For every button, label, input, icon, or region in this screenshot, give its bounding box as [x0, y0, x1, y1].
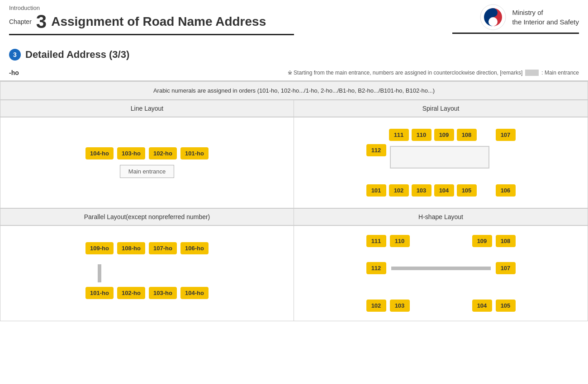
hshape-layout-header: H-shape Layout [294, 209, 588, 225]
spiral-inner-rect [390, 146, 489, 169]
note-bar: -ho ※ Starting from the main entrance, n… [0, 67, 588, 78]
par-107: 107-ho [149, 242, 177, 254]
par-104: 104-ho [180, 287, 209, 299]
hshape-layout-cell: 111 110 109 108 112 107 [294, 226, 588, 321]
h-110: 110 [390, 235, 410, 247]
note-right: ※ Starting from the main entrance, numbe… [288, 70, 579, 76]
line-top-row: 104-ho 103-ho 102-ho 101-ho [85, 147, 209, 159]
sp-102: 102 [389, 184, 409, 197]
par-106: 106-ho [180, 242, 209, 254]
sp-104: 104 [434, 184, 454, 197]
h-103: 103 [390, 300, 410, 312]
par-108: 108-ho [117, 242, 145, 254]
parallel-container: 109-ho 108-ho 107-ho 106-ho 101-ho 102-h… [85, 242, 209, 304]
ministry-name-line2: the Interior and Safety [512, 17, 579, 27]
sp-110: 110 [412, 129, 432, 141]
layout-content-row2: 109-ho 108-ho 107-ho 106-ho 101-ho 102-h… [0, 225, 588, 321]
sp-105: 105 [457, 184, 477, 197]
par-101: 101-ho [85, 287, 114, 299]
h-mid-right: 107 [496, 262, 516, 274]
spiral-layout-cell: 111 110 109 108 107 112 101 [294, 117, 588, 208]
h-102: 102 [366, 300, 386, 312]
chapter-prefix: Chapter [9, 18, 32, 25]
ministry-area: Ministry of the Interior and Safety [479, 4, 579, 31]
info-banner: Arabic numerals are assigned in orders (… [0, 81, 588, 100]
parallel-layout-header: Parallel Layout(except nonpreferred numb… [0, 209, 294, 225]
parallel-bottom-row: 101-ho 102-ho 103-ho 104-ho [85, 287, 209, 299]
layout-headers-row2: Parallel Layout(except nonpreferred numb… [0, 208, 588, 225]
spiral-layout-header: Spiral Layout [294, 100, 588, 117]
ministry-logo [479, 4, 507, 31]
spiral-container: 111 110 109 108 107 112 101 [366, 129, 516, 197]
sp-107: 107 [496, 129, 516, 141]
parallel-layout-cell: 109-ho 108-ho 107-ho 106-ho 101-ho 102-h… [0, 226, 294, 321]
line-box-101: 101-ho [180, 147, 209, 159]
h-105: 105 [496, 300, 516, 312]
layout-content-row1: 104-ho 103-ho 102-ho 101-ho Main entranc… [0, 117, 588, 208]
spiral-top-row: 111 110 109 108 [389, 129, 477, 141]
sp-108: 108 [457, 129, 477, 141]
h-top-left: 111 110 [366, 235, 410, 247]
par-103: 103-ho [149, 287, 177, 299]
page-header: Introduction Chapter 3 Assignment of Roa… [0, 0, 588, 35]
h-109: 109 [472, 235, 492, 247]
header-divider [9, 34, 294, 35]
h-108: 108 [496, 235, 516, 247]
sp-106-wrap: 106 [496, 184, 516, 197]
ho-label: -ho [9, 69, 19, 76]
chapter-number: 3 [36, 12, 47, 31]
ministry-text: Ministry of the Interior and Safety [512, 8, 579, 27]
layout-headers-row1: Line Layout Spiral Layout [0, 100, 588, 117]
h-107: 107 [496, 262, 516, 274]
parallel-divider-v [98, 264, 101, 282]
line-box-104: 104-ho [85, 147, 114, 159]
sp-112-wrap: 112 [366, 144, 386, 156]
line-layout-cell: 104-ho 103-ho 102-ho 101-ho Main entranc… [0, 117, 294, 208]
section-title: Detailed Address (3/3) [25, 49, 129, 61]
main-entrance-box: Main entrance [120, 165, 174, 178]
h-bottom-right: 104 105 [472, 300, 516, 312]
sp-103: 103 [412, 184, 432, 197]
line-box-102: 102-ho [149, 147, 177, 159]
sp-101-wrap: 101 [366, 184, 386, 197]
spiral-bottom-row: 102 103 104 105 [389, 184, 477, 197]
legend-box [525, 70, 539, 76]
ministry-name-line1: Ministry of [512, 8, 579, 17]
parallel-top-row: 109-ho 108-ho 107-ho 106-ho [85, 242, 209, 254]
h-111: 111 [366, 235, 386, 247]
hshape-container: 111 110 109 108 112 107 [366, 235, 516, 312]
sp-111: 111 [389, 129, 409, 141]
h-mid-left: 112 [366, 262, 386, 274]
section-header: 3 Detailed Address (3/3) [9, 49, 579, 61]
line-box-103: 103-ho [117, 147, 145, 159]
h-104: 104 [472, 300, 492, 312]
sp-112: 112 [366, 144, 386, 156]
line-layout-header: Line Layout [0, 100, 294, 117]
par-102: 102-ho [117, 287, 145, 299]
chapter-title: Assignment of Road Name Address [51, 14, 266, 29]
sections-wrapper: Arabic numerals are assigned in orders (… [0, 81, 588, 321]
h-cross-divider [391, 267, 491, 270]
info-banner-text: Arabic numerals are assigned in orders (… [153, 87, 435, 94]
note-text: ※ Starting from the main entrance, numbe… [288, 70, 523, 76]
sp-106: 106 [496, 184, 516, 197]
ministry-divider [452, 33, 579, 34]
h-112: 112 [366, 262, 386, 274]
h-bottom-left: 102 103 [366, 300, 410, 312]
h-top-right: 109 108 [472, 235, 516, 247]
sp-101: 101 [366, 184, 386, 197]
legend-label: : Main entrance [541, 70, 579, 76]
sp-107-wrap: 107 [496, 129, 516, 141]
par-109: 109-ho [85, 242, 114, 254]
sp-109: 109 [434, 129, 454, 141]
section-badge: 3 [9, 49, 21, 61]
main-entrance-label: Main entrance [128, 168, 166, 175]
